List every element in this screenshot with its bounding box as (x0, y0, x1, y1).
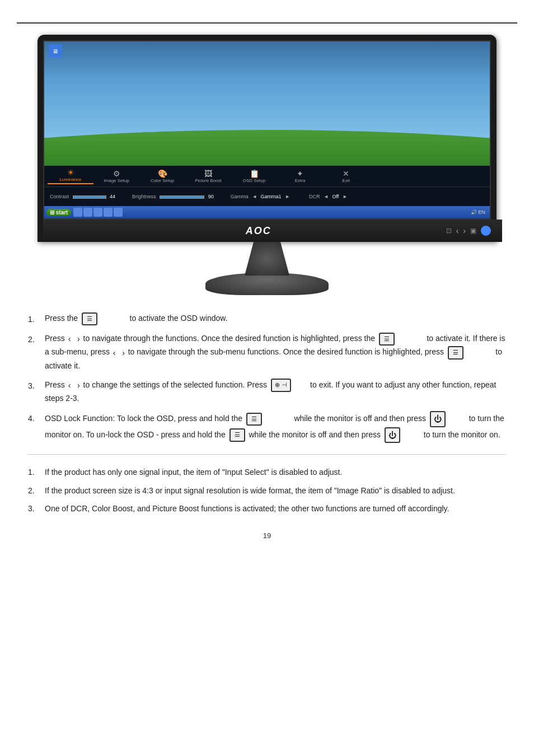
desktop-icon: 🖥 (49, 44, 62, 58)
start-button: ⊞ start (46, 209, 71, 216)
note-num-1: 1. (28, 466, 45, 478)
instr-text-1: Press the ☰ to activate the OSD window. (45, 312, 506, 325)
menu-icon-4a: ☰ (246, 413, 262, 426)
osd-exit: ✕ Exit (323, 169, 369, 183)
osd-color-setup: 🎨 Color Setup (139, 169, 185, 183)
lr-arrows-2a: ‹ › (68, 333, 80, 345)
instruction-item-1: 1. Press the ☰ to activate the OSD windo… (28, 312, 506, 325)
monitor-stand (205, 242, 329, 295)
monitor-control-buttons: ⊡ ‹ › ▣ (446, 226, 491, 236)
instr-text-3: Press ‹ › to change the settings of the … (45, 379, 506, 404)
instr-num-3: 3. (28, 379, 45, 392)
osd-image-setup: ⚙ Image Setup (93, 169, 139, 183)
note-text-3: One of DCR, Color Boost, and Picture Boo… (45, 502, 506, 515)
instructions-list: 1. Press the ☰ to activate the OSD windo… (28, 312, 506, 443)
note-num-2: 2. (28, 484, 45, 497)
menu-icon-2b: ☰ (448, 346, 463, 360)
page-number: 19 (0, 531, 534, 540)
power-icon-4a: ⏻ (430, 411, 446, 427)
instruction-item-2: 2. Press ‹ › to navigate through the fun… (28, 332, 506, 372)
power-icon-4b: ⏻ (385, 427, 400, 443)
menu-icon-1a: ☰ (82, 312, 97, 326)
screen-taskbar: ⊞ start 🔊 EN (44, 206, 490, 218)
instr-text-2: Press ‹ › to navigate through the functi… (45, 332, 506, 372)
osd-sub-brightness: Brightness 90 (132, 194, 214, 199)
instr-num-1: 1. (28, 312, 45, 325)
monitor-illustration: 🖥 ☀ Luminance ⚙ Image Setup (26, 35, 508, 295)
taskbar-time: 🔊 EN (471, 209, 488, 215)
stand-base (205, 273, 329, 295)
notes-list: 1. If the product has only one signal in… (28, 466, 506, 515)
note-item-1: 1. If the product has only one signal in… (28, 466, 506, 478)
instr-text-4: OSD Lock Function: To lock the OSD, pres… (45, 411, 506, 443)
top-divider (17, 22, 517, 24)
note-text-2: If the product screen size is 4:3 or inp… (45, 484, 506, 497)
monitor-screen: 🖥 ☀ Luminance ⚙ Image Setup (43, 40, 491, 220)
osd-osd-setup: 📋 OSD Setup (231, 169, 277, 183)
separator (28, 454, 506, 455)
taskbar-icons (73, 208, 123, 217)
note-num-3: 3. (28, 502, 45, 515)
instruction-item-4: 4. OSD Lock Function: To lock the OSD, p… (28, 411, 506, 443)
osd-extra: ✦ Extra (277, 169, 323, 183)
osd-sub-dcr: DCR ◄ Off ► (309, 194, 350, 199)
lr-arrows-3: ‹ › (68, 379, 80, 391)
osd-sub-gamma: Gamma ◄ Gamma1 ► (231, 194, 292, 199)
osd-sub-contrast: Contrast 44 (50, 194, 115, 199)
menu-icon-2a: ☰ (379, 333, 395, 346)
aoc-logo: AOC (246, 225, 271, 237)
note-text-1: If the product has only one signal input… (45, 466, 506, 478)
instruction-item-3: 3. Press ‹ › to change the settings of t… (28, 379, 506, 404)
note-item-2: 2. If the product screen size is 4:3 or … (28, 484, 506, 497)
note-item-3: 3. One of DCR, Color Boost, and Picture … (28, 502, 506, 515)
monitor-bezel-bottom: AOC ⊡ ‹ › ▣ (43, 220, 502, 242)
power-button-physical (481, 226, 491, 236)
notes-section: 1. If the product has only one signal in… (28, 466, 506, 515)
exit-icon-3: ⊕ ⊣ (271, 379, 291, 392)
screen-sky (44, 41, 490, 139)
monitor-bezel: 🖥 ☀ Luminance ⚙ Image Setup (38, 35, 496, 242)
stand-neck (245, 242, 289, 276)
instr-num-4: 4. (28, 411, 45, 424)
instructions-section: 1. Press the ☰ to activate the OSD windo… (28, 312, 506, 443)
menu-icon-4b: ☰ (229, 428, 245, 442)
osd-picture-boost: 🖼 Picture Boost (185, 169, 231, 183)
lr-arrows-2b: ‹ › (113, 347, 125, 359)
instr-num-2: 2. (28, 332, 45, 346)
osd-luminance: ☀ Luminance (48, 168, 93, 184)
